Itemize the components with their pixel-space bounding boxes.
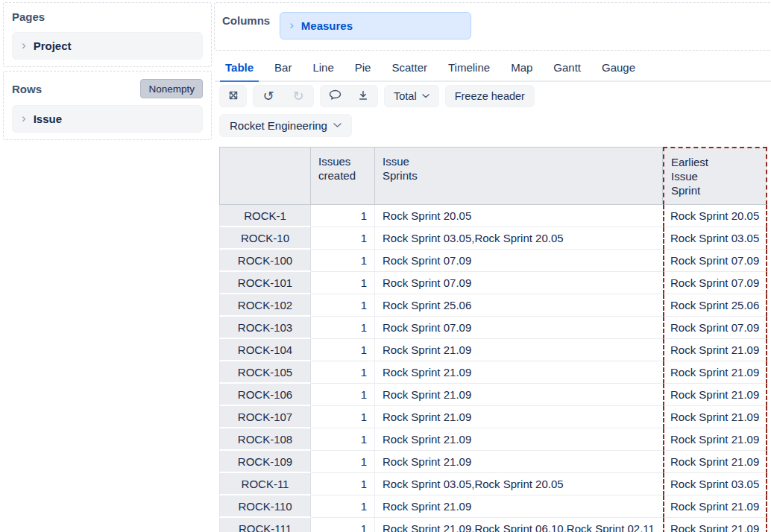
tab-line[interactable]: Line: [307, 59, 339, 82]
issues-created-cell[interactable]: 1: [311, 406, 375, 428]
issue-sprints-cell[interactable]: Rock Sprint 25.06: [375, 294, 663, 317]
rows-panel: Rows Nonempty › Issue: [3, 71, 212, 140]
earliest-issue-sprint-cell[interactable]: Rock Sprint 21.09: [663, 361, 767, 384]
issue-key-cell[interactable]: ROCK-101: [219, 272, 311, 294]
issue-sprints-cell[interactable]: Rock Sprint 07.09: [375, 317, 663, 339]
tab-timeline[interactable]: Timeline: [443, 59, 495, 82]
tab-table[interactable]: Table: [220, 59, 259, 82]
earliest-issue-sprint-cell[interactable]: Rock Sprint 21.09: [663, 451, 767, 473]
dimension-chip-measures[interactable]: › Measures: [280, 12, 471, 39]
issue-key-cell[interactable]: ROCK-106: [219, 384, 311, 406]
dimension-chip-project[interactable]: › Project: [12, 32, 203, 60]
nonempty-toggle-button[interactable]: Nonempty: [140, 79, 203, 98]
earliest-issue-sprint-cell[interactable]: Rock Sprint 21.09: [663, 339, 767, 361]
issue-sprints-cell[interactable]: Rock Sprint 21.09,Rock Sprint 06.10,Rock…: [375, 518, 663, 532]
table-row: ROCK-107 1 Rock Sprint 21.09 Rock Sprint…: [219, 406, 767, 428]
issues-created-cell[interactable]: 1: [311, 495, 375, 518]
issue-key-cell[interactable]: ROCK-110: [219, 495, 311, 518]
issue-key-cell[interactable]: ROCK-107: [219, 406, 311, 428]
table-row: ROCK-110 1 Rock Sprint 21.09 Rock Sprint…: [219, 495, 767, 518]
tab-gauge[interactable]: Gauge: [597, 59, 641, 82]
undo-button[interactable]: ↺: [254, 86, 283, 107]
earliest-issue-sprint-cell[interactable]: Rock Sprint 03.05: [663, 473, 767, 495]
earliest-issue-sprint-cell[interactable]: Rock Sprint 21.09: [663, 384, 767, 406]
issues-created-cell[interactable]: 1: [311, 339, 375, 361]
issues-created-cell[interactable]: 1: [311, 227, 375, 250]
issue-sprints-cell[interactable]: Rock Sprint 21.09: [375, 428, 663, 451]
issue-sprints-cell[interactable]: Rock Sprint 03.05,Rock Sprint 20.05: [375, 473, 663, 495]
tab-bar[interactable]: Bar: [269, 59, 297, 82]
earliest-issue-sprint-cell[interactable]: Rock Sprint 21.09: [663, 406, 767, 428]
redo-button[interactable]: ↻: [283, 86, 313, 107]
earliest-issue-sprint-cell[interactable]: Rock Sprint 07.09: [663, 317, 767, 339]
undo-icon: ↺: [262, 89, 274, 103]
issues-created-cell[interactable]: 1: [311, 384, 375, 406]
row-dimension-header-cell[interactable]: [219, 147, 311, 205]
issue-sprints-header-cell[interactable]: Issue Sprints: [375, 147, 663, 205]
issues-created-cell[interactable]: 1: [311, 272, 375, 294]
issue-sprints-cell[interactable]: Rock Sprint 21.09: [375, 451, 663, 473]
issue-key-cell[interactable]: ROCK-100: [219, 250, 311, 272]
earliest-issue-sprint-cell[interactable]: Rock Sprint 20.05: [663, 205, 767, 227]
issue-sprints-cell[interactable]: Rock Sprint 21.09: [375, 361, 663, 384]
issues-created-cell[interactable]: 1: [311, 361, 375, 384]
issue-key-cell[interactable]: ROCK-1: [219, 205, 311, 227]
issue-key-cell[interactable]: ROCK-108: [219, 428, 311, 451]
chevron-down-icon: [333, 123, 342, 128]
table-row: ROCK-11 1 Rock Sprint 03.05,Rock Sprint …: [219, 473, 767, 495]
issue-sprints-cell[interactable]: Rock Sprint 07.09: [375, 272, 663, 294]
issues-created-header-cell[interactable]: Issues created: [311, 147, 375, 205]
issue-key-cell[interactable]: ROCK-111: [219, 518, 311, 532]
expand-table-button[interactable]: [219, 85, 247, 107]
issues-created-cell[interactable]: 1: [311, 473, 375, 495]
issue-key-cell[interactable]: ROCK-105: [219, 361, 311, 384]
issues-created-cell[interactable]: 1: [311, 294, 375, 317]
issue-sprints-cell[interactable]: Rock Sprint 21.09: [375, 495, 663, 518]
issues-created-cell[interactable]: 1: [311, 317, 375, 339]
total-dropdown-label: Total: [394, 90, 417, 102]
issues-created-cell[interactable]: 1: [311, 428, 375, 451]
issues-created-cell[interactable]: 1: [311, 250, 375, 272]
issue-sprints-cell[interactable]: Rock Sprint 21.09: [375, 384, 663, 406]
dimension-chip-label: Issue: [34, 113, 62, 125]
issue-sprints-cell[interactable]: Rock Sprint 20.05: [375, 205, 663, 227]
issues-created-cell[interactable]: 1: [311, 205, 375, 227]
tab-pie[interactable]: Pie: [350, 59, 377, 82]
earliest-issue-sprint-cell[interactable]: Rock Sprint 21.09: [663, 518, 767, 532]
table-row: ROCK-106 1 Rock Sprint 21.09 Rock Sprint…: [219, 384, 767, 406]
freeze-header-button[interactable]: Freeze header: [445, 85, 535, 107]
earliest-issue-sprint-header-cell[interactable]: Earliest Issue Sprint: [663, 147, 767, 205]
issue-key-cell[interactable]: ROCK-104: [219, 339, 311, 361]
issue-sprints-cell[interactable]: Rock Sprint 21.09: [375, 339, 663, 361]
earliest-issue-sprint-cell[interactable]: Rock Sprint 21.09: [663, 495, 767, 518]
dimension-chip-issue[interactable]: › Issue: [12, 105, 203, 133]
tab-map[interactable]: Map: [506, 59, 538, 82]
table-row: ROCK-108 1 Rock Sprint 21.09 Rock Sprint…: [219, 428, 767, 451]
comment-button[interactable]: [321, 86, 349, 107]
tab-scatter[interactable]: Scatter: [386, 59, 432, 82]
tab-gantt[interactable]: Gantt: [548, 59, 586, 82]
pages-label: Pages: [12, 10, 203, 23]
issue-key-cell[interactable]: ROCK-11: [219, 473, 311, 495]
issue-sprints-cell[interactable]: Rock Sprint 03.05,Rock Sprint 20.05: [375, 227, 663, 250]
earliest-issue-sprint-cell[interactable]: Rock Sprint 07.09: [663, 250, 767, 272]
project-page-filter-dropdown[interactable]: Rocket Engineering: [219, 114, 352, 137]
earliest-issue-sprint-cell[interactable]: Rock Sprint 07.09: [663, 272, 767, 294]
earliest-issue-sprint-cell[interactable]: Rock Sprint 21.09: [663, 428, 767, 451]
issues-created-cell[interactable]: 1: [311, 451, 375, 473]
issue-sprints-cell[interactable]: Rock Sprint 07.09: [375, 250, 663, 272]
issue-key-cell[interactable]: ROCK-103: [219, 317, 311, 339]
chevron-right-icon: ›: [289, 19, 294, 34]
issue-sprints-cell[interactable]: Rock Sprint 21.09: [375, 406, 663, 428]
issue-key-cell[interactable]: ROCK-102: [219, 294, 311, 317]
issue-key-cell[interactable]: ROCK-10: [219, 227, 311, 250]
total-dropdown[interactable]: Total: [384, 85, 439, 107]
issue-key-cell[interactable]: ROCK-109: [219, 451, 311, 473]
table-body: ROCK-1 1 Rock Sprint 20.05 Rock Sprint 2…: [219, 205, 767, 532]
export-button[interactable]: [349, 86, 377, 107]
issues-created-cell[interactable]: 1: [311, 518, 375, 532]
earliest-issue-sprint-cell[interactable]: Rock Sprint 03.05: [663, 227, 767, 250]
table-row: ROCK-101 1 Rock Sprint 07.09 Rock Sprint…: [219, 272, 767, 294]
report-layout-sidebar: Pages › Project Rows Nonempty › Issue: [3, 2, 212, 144]
earliest-issue-sprint-cell[interactable]: Rock Sprint 25.06: [663, 294, 767, 317]
